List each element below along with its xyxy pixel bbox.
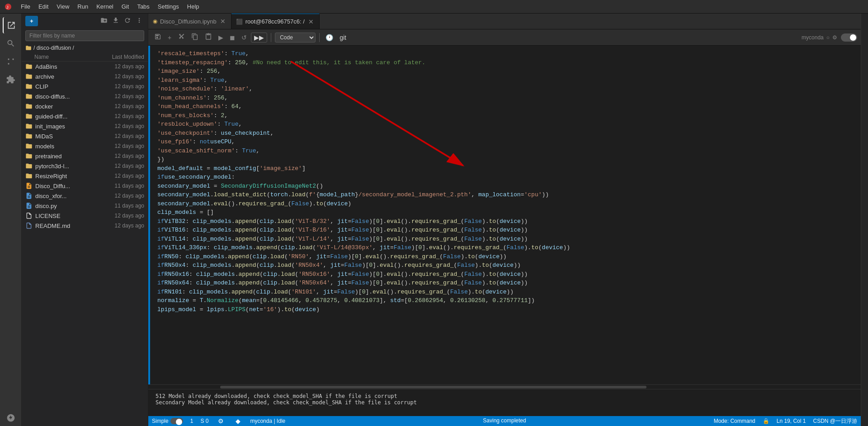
code-line: 'rescale_timesteps': True, [157, 49, 854, 58]
scrollbar-thumb[interactable] [220, 386, 646, 388]
more-button[interactable] [134, 15, 144, 27]
code-line: if ViTB32: clip_models.append(clip.load(… [157, 217, 854, 226]
restart-button[interactable]: ↺ [239, 33, 249, 43]
header-modified: Last Modified [99, 54, 144, 60]
settings-icon[interactable]: ⚙ [832, 34, 837, 41]
svg-point-2 [8, 63, 9, 64]
toolbar-right: myconda ○ ⚙ [802, 33, 857, 42]
paste-button[interactable] [203, 32, 214, 43]
tab-notebook[interactable]: ◉ Disco_Diffusion.ipynb ✕ [148, 14, 231, 29]
menu-git[interactable]: Git [118, 2, 133, 11]
list-item[interactable]: README.md 12 days ago [22, 221, 148, 231]
tab-terminal-close[interactable]: ✕ [307, 18, 315, 25]
file-name: pytorch3d-l... [35, 163, 101, 170]
new-button[interactable]: + [25, 16, 38, 26]
status-settings[interactable]: ⚙ [216, 416, 226, 426]
file-icon [25, 222, 33, 229]
activity-extensions[interactable] [3, 71, 19, 88]
add-folder-button[interactable] [99, 15, 109, 27]
status-diamond[interactable]: ◆ [233, 416, 243, 426]
menu-run[interactable]: Run [74, 2, 92, 11]
list-item[interactable]: init_images 12 days ago [22, 121, 148, 131]
list-item[interactable]: AdaBins 12 days ago [22, 62, 148, 71]
status-center: Saving completed [483, 417, 526, 424]
menu-view[interactable]: View [53, 2, 73, 11]
file-date: 12 days ago [104, 63, 144, 70]
menu-tabs[interactable]: Tabs [133, 2, 153, 11]
code-line: 'resblock_updown': True, [157, 120, 854, 129]
status-toggle[interactable] [170, 418, 183, 424]
output-area: 512 Model already downloaded, check chec… [148, 389, 861, 416]
tab-terminal-label: root@678cc96757c6: / [245, 18, 305, 25]
file-icon [25, 172, 33, 180]
file-icon [25, 113, 33, 120]
file-name: disco.py [35, 203, 101, 209]
list-item[interactable]: disco.py 11 days ago [22, 201, 148, 211]
file-date: 12 days ago [104, 173, 144, 179]
status-mode: Mode: Command [714, 417, 755, 425]
activity-explorer[interactable] [3, 17, 19, 33]
list-item[interactable]: pretrained 12 days ago [22, 151, 148, 161]
status-position: Ln 19, Col 1 [777, 417, 806, 425]
code-area[interactable]: 'rescale_timesteps': True, 'timestep_res… [148, 46, 861, 384]
file-date: 12 days ago [104, 193, 144, 199]
tab-notebook-close[interactable]: ✕ [219, 18, 226, 25]
list-item[interactable]: models 12 days ago [22, 141, 148, 151]
refresh-button[interactable] [123, 15, 132, 27]
file-date: 12 days ago [104, 133, 144, 139]
file-date: 12 days ago [104, 213, 144, 219]
code-line: 'timestep_respacing': 250, #No need to e… [157, 58, 854, 67]
list-item[interactable]: pytorch3d-l... 12 days ago [22, 161, 148, 171]
file-list-header: Name Last Modified [22, 53, 148, 62]
file-icon [25, 212, 33, 219]
search-input[interactable] [25, 30, 144, 41]
stop-button[interactable]: ◼ [227, 33, 237, 43]
main-editor: ◉ Disco_Diffusion.ipynb ✕ ⬛ root@678cc96… [148, 14, 861, 426]
tab-terminal[interactable]: ⬛ root@678cc96757c6: / ✕ [231, 14, 320, 29]
activity-git[interactable] [3, 53, 19, 70]
app-logo: J [4, 2, 13, 11]
code-line: if ViTL14: clip_models.append(clip.load(… [157, 235, 854, 244]
conda-info: myconda ○ ⚙ [802, 34, 837, 41]
save-button[interactable] [152, 32, 164, 43]
run-next-button[interactable]: ▶▶ [251, 33, 267, 43]
cut-button[interactable] [175, 32, 187, 43]
run-button[interactable]: ▶ [216, 33, 226, 43]
git-button[interactable]: git [337, 33, 349, 43]
toggle-switch[interactable] [841, 33, 857, 42]
code-line: secondary_model.eval().requires_grad_(Fa… [157, 199, 854, 208]
activity-debug[interactable] [3, 410, 19, 426]
list-item[interactable]: disco_xfor... 12 days ago [22, 191, 148, 201]
menu-kernel[interactable]: Kernel [93, 2, 117, 11]
file-name: docker [35, 103, 101, 110]
list-item[interactable]: Disco_Diffu... 11 days ago [22, 181, 148, 191]
list-item[interactable]: docker 12 days ago [22, 101, 148, 111]
list-item[interactable]: MiDaS 12 days ago [22, 131, 148, 141]
list-item[interactable]: LICENSE 12 days ago [22, 211, 148, 221]
time-button[interactable]: 🕐 [323, 33, 335, 43]
status-conda: myconda | Idle [250, 418, 285, 424]
list-item[interactable]: archive 12 days ago [22, 71, 148, 81]
horizontal-scrollbar[interactable] [148, 384, 861, 389]
copy-button[interactable] [189, 32, 201, 43]
list-item[interactable]: disco-diffus... 12 days ago [22, 91, 148, 101]
header-name: Name [34, 54, 99, 60]
file-icon [25, 83, 33, 90]
code-line: if RN50x64: clip_models.append(clip.load… [157, 279, 854, 288]
menu-help[interactable]: Help [184, 2, 203, 11]
code-line: if RN50x16: clip_models.append(clip.load… [157, 270, 854, 279]
add-cell-button[interactable]: + [165, 33, 174, 43]
upload-button[interactable] [111, 15, 121, 27]
menu-file[interactable]: File [17, 2, 34, 11]
list-item[interactable]: guided-diff... 12 days ago [22, 111, 148, 121]
list-item[interactable]: CLIP 12 days ago [22, 81, 148, 91]
file-icon [25, 73, 33, 80]
cell-type-select[interactable]: Code Markdown Raw [275, 33, 316, 43]
file-icon [25, 192, 33, 199]
list-item[interactable]: ResizeRight 12 days ago [22, 171, 148, 181]
file-icon [25, 182, 33, 189]
menu-settings[interactable]: Settings [154, 2, 183, 11]
menu-edit[interactable]: Edit [35, 2, 52, 11]
file-name: LICENSE [35, 213, 101, 219]
activity-search[interactable] [3, 35, 19, 52]
